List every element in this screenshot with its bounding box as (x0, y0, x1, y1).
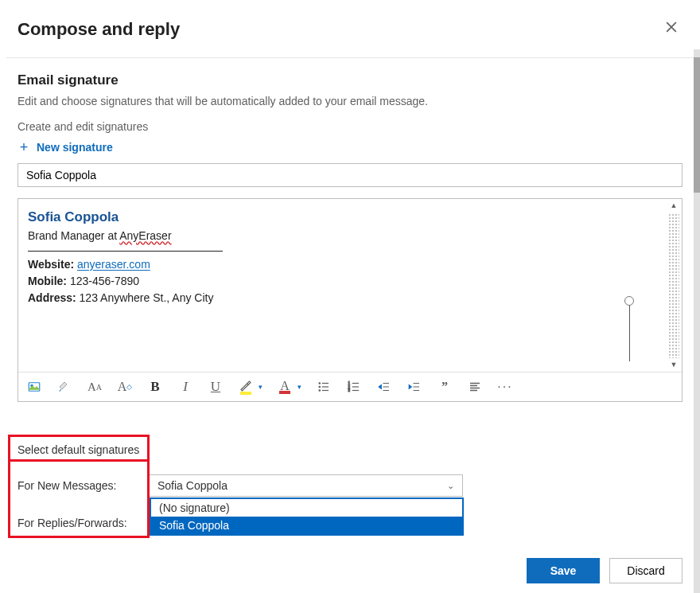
footer: Save Discard (527, 558, 682, 583)
dropdown-option-sofia[interactable]: Sofia Coppola (151, 517, 462, 534)
defaults-rows: For New Messages: Sofia Coppola ⌄ (No si… (18, 474, 670, 533)
outdent-icon[interactable] (376, 379, 392, 395)
plus-icon: + (18, 141, 30, 154)
new-messages-dropdown[interactable]: Sofia Coppola ⌄ (No signature) Sofia Cop… (149, 474, 463, 497)
pane-scrollbar[interactable] (694, 49, 700, 593)
numbered-list-icon[interactable]: 123 (346, 379, 362, 395)
zoom-stem (629, 306, 630, 361)
select-default-label: Select default signatures (18, 443, 139, 456)
insert-image-icon[interactable] (26, 379, 42, 395)
page-title: Compose and reply (18, 19, 180, 40)
new-messages-label: For New Messages: (18, 479, 116, 492)
font-size-icon[interactable]: A◇ (117, 379, 133, 395)
dropdown-option-none[interactable]: (No signature) (151, 499, 462, 517)
highlight-icon[interactable] (238, 379, 254, 395)
dropdown-value: Sofia Coppola (158, 479, 228, 492)
signature-editor[interactable]: Sofia Coppola Brand Manager at AnyEraser… (18, 198, 682, 402)
align-icon[interactable] (467, 379, 483, 395)
chevron-down-icon[interactable]: ▾ (259, 383, 262, 391)
indent-icon[interactable] (406, 379, 422, 395)
dropdown-menu: (No signature) Sofia Coppola (150, 497, 464, 536)
underline-icon[interactable]: U (208, 379, 224, 395)
discard-button[interactable]: Discard (609, 558, 682, 583)
sig-name: Sofia Coppola (28, 207, 672, 228)
editor-content[interactable]: Sofia Coppola Brand Manager at AnyEraser… (18, 199, 682, 372)
zoom-knob-icon (624, 296, 634, 306)
scroll-track[interactable] (668, 213, 679, 358)
section-subtitle: Edit and choose signatures that will be … (18, 95, 682, 107)
bold-icon[interactable]: B (147, 379, 163, 395)
sig-rule (28, 251, 223, 252)
defaults-heading-area: Select default signatures (18, 443, 139, 457)
svg-point-2 (319, 383, 321, 384)
section-title: Email signature (18, 72, 682, 88)
chevron-down-icon: ⌄ (447, 481, 454, 491)
italic-icon[interactable]: I (177, 379, 193, 395)
zoom-slider[interactable] (624, 296, 634, 360)
scrollbar-thumb[interactable] (694, 57, 700, 193)
svg-point-4 (319, 390, 321, 392)
header: Compose and reply (0, 0, 700, 57)
settings-pane: Compose and reply Email signature Edit a… (0, 0, 700, 593)
quote-icon[interactable]: ” (437, 379, 453, 395)
chevron-down-icon[interactable]: ▾ (298, 383, 301, 391)
signature-name-input[interactable] (18, 163, 682, 187)
replies-forwards-label: For Replies/Forwards: (18, 517, 127, 529)
scroll-down-icon[interactable]: ▼ (671, 360, 678, 371)
new-signature-button[interactable]: + New signature (18, 141, 113, 154)
bulleted-list-icon[interactable] (316, 379, 332, 395)
editor-scrollbar[interactable]: ▲ ▼ (667, 201, 680, 370)
svg-text:3: 3 (348, 388, 351, 392)
sig-website-link[interactable]: anyeraser.com (77, 258, 150, 271)
save-button[interactable]: Save (527, 558, 600, 583)
format-painter-icon[interactable] (56, 379, 72, 395)
row-new-messages: For New Messages: Sofia Coppola ⌄ (No si… (18, 474, 670, 497)
sig-website: Website: anyeraser.com (28, 256, 672, 273)
font-family-icon[interactable]: AA (87, 379, 103, 395)
sig-title: Brand Manager at AnyEraser (28, 228, 672, 244)
font-color-icon[interactable]: A (277, 379, 293, 395)
svg-point-3 (319, 386, 321, 388)
sig-mobile: Mobile: 123-456-7890 (28, 273, 672, 290)
new-signature-label: New signature (37, 141, 113, 154)
sig-address: Address: 123 Anywhere St., Any City (28, 290, 672, 306)
editor-toolbar: AA A◇ B I U ▾ A ▾ 123 (18, 372, 682, 401)
create-edit-label: Create and edit signatures (18, 120, 682, 133)
close-icon[interactable] (660, 16, 682, 43)
scroll-up-icon[interactable]: ▲ (671, 201, 678, 212)
more-icon[interactable]: ··· (497, 379, 513, 395)
